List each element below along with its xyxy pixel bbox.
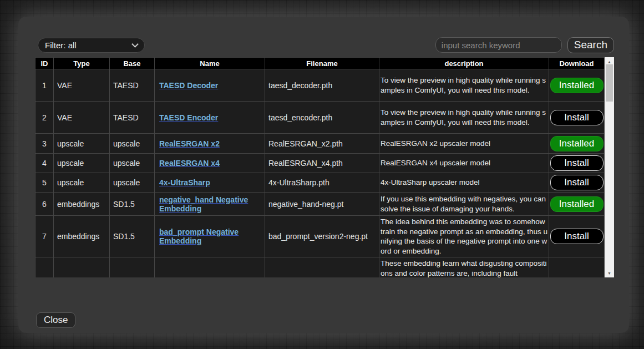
installed-button[interactable]: Installed — [550, 196, 604, 212]
cell-filename: negative_hand-neg.pt — [265, 193, 379, 216]
cell-filename: 4x-UltraSharp.pth — [265, 173, 379, 193]
cell-filename — [265, 257, 379, 277]
cell-name — [155, 257, 265, 277]
cell-filename: RealESRGAN_x2.pth — [265, 134, 379, 154]
cell-name: RealESRGAN x2 — [155, 134, 265, 154]
chevron-down-icon — [131, 41, 139, 48]
cell-type: embeddings — [54, 216, 110, 257]
cell-download: Install — [549, 154, 605, 173]
search-button[interactable]: Search — [567, 37, 614, 53]
cell-type: upscale — [54, 134, 110, 154]
install-button[interactable]: Install — [550, 110, 604, 125]
cell-id: 3 — [36, 134, 54, 154]
search-area: Search — [435, 37, 614, 53]
model-name-link[interactable]: 4x-UltraSharp — [159, 178, 210, 187]
cell-download: Install — [549, 173, 605, 193]
cell-base: upscale — [110, 134, 155, 154]
cell-id: 4 — [36, 154, 54, 173]
cell-id: 5 — [36, 173, 54, 193]
close-button[interactable]: Close — [36, 312, 75, 328]
table-row: 3upscaleupscaleRealESRGAN x2RealESRGAN_x… — [36, 134, 605, 154]
column-header: Filename — [265, 58, 379, 69]
cell-id: 1 — [36, 69, 54, 102]
cell-type: embeddings — [54, 193, 110, 216]
filter-select[interactable]: Filter: all — [38, 38, 145, 53]
cell-name: TAESD Encoder — [155, 102, 265, 134]
cell-base: TAESD — [110, 69, 155, 102]
install-button[interactable]: Install — [550, 229, 604, 244]
model-name-link[interactable]: bad_prompt Negative Embedding — [159, 227, 239, 245]
cell-filename: RealESRGAN_x4.pth — [265, 154, 379, 173]
cell-name: TAESD Decoder — [155, 69, 265, 102]
table-row: 4upscaleupscaleRealESRGAN x4RealESRGAN_x… — [36, 154, 605, 173]
install-models-dialog: Filter: all Search IDTypeBaseNameFilenam… — [18, 17, 629, 333]
cell-id: 7 — [36, 216, 54, 257]
cell-type: upscale — [54, 173, 110, 193]
cell-description: These embedding learn what disgusting co… — [379, 257, 549, 277]
filter-select-value: Filter: all — [45, 41, 77, 50]
model-name-link[interactable]: negative_hand Negative Embedding — [159, 195, 248, 213]
cell-id — [36, 257, 54, 277]
cell-filename: taesd_encoder.pth — [265, 102, 379, 134]
model-name-link[interactable]: TAESD Decoder — [159, 81, 218, 90]
cell-download: Installed — [549, 134, 605, 154]
column-header: Download — [549, 58, 605, 69]
table-row: 1VAETAESDTAESD Decodertaesd_decoder.pthT… — [36, 69, 605, 102]
cell-base: TAESD — [110, 102, 155, 134]
model-name-link[interactable]: RealESRGAN x2 — [159, 139, 220, 148]
cell-base: upscale — [110, 154, 155, 173]
cell-description: 4x-UltraSharp upscaler model — [379, 173, 549, 193]
installed-button[interactable]: Installed — [550, 136, 604, 151]
table-row: 6embeddingsSD1.5negative_hand Negative E… — [36, 193, 605, 216]
table-row: 2VAETAESDTAESD Encodertaesd_encoder.pthT… — [36, 102, 605, 134]
cell-description: RealESRGAN x2 upscaler model — [379, 134, 549, 154]
column-header: Type — [54, 58, 110, 69]
cell-download: Installed — [549, 193, 605, 216]
table-row: 7embeddingsSD1.5bad_prompt Negative Embe… — [36, 216, 605, 257]
install-button[interactable]: Install — [550, 155, 604, 171]
cell-id: 2 — [36, 102, 54, 134]
cell-type: upscale — [54, 154, 110, 173]
dialog-toolbar: Filter: all Search — [38, 37, 614, 53]
column-header: ID — [36, 58, 54, 69]
search-input[interactable] — [435, 37, 562, 53]
cell-base: upscale — [110, 173, 155, 193]
scroll-down-arrow-icon[interactable]: ▼ — [605, 269, 614, 277]
scrollbar-thumb[interactable] — [606, 64, 613, 102]
column-header: description — [379, 58, 549, 69]
cell-download: Installed — [549, 69, 605, 102]
cell-name: negative_hand Negative Embedding — [155, 193, 265, 216]
cell-type: VAE — [54, 69, 110, 102]
column-header: Name — [155, 58, 265, 69]
cell-download — [549, 257, 605, 277]
installed-button[interactable]: Installed — [550, 78, 604, 93]
column-header: Base — [110, 58, 155, 69]
cell-name: 4x-UltraSharp — [155, 173, 265, 193]
cell-filename: bad_prompt_version2-neg.pt — [265, 216, 379, 257]
model-name-link[interactable]: RealESRGAN x4 — [159, 159, 220, 168]
cell-base: SD1.5 — [110, 216, 155, 257]
vertical-scrollbar[interactable]: ▲ ▼ — [605, 57, 614, 277]
cell-type — [54, 257, 110, 277]
install-button[interactable]: Install — [550, 175, 604, 190]
cell-filename: taesd_decoder.pth — [265, 69, 379, 102]
cell-download: Install — [549, 102, 605, 134]
cell-base — [110, 257, 155, 277]
cell-download: Install — [549, 216, 605, 257]
cell-id: 6 — [36, 193, 54, 216]
cell-description: If you use this embedding with negatives… — [379, 193, 549, 216]
cell-description: To view the preview in high quality whil… — [379, 69, 549, 102]
cell-name: bad_prompt Negative Embedding — [155, 216, 265, 257]
table-row: 5upscaleupscale4x-UltraSharp4x-UltraShar… — [36, 173, 605, 193]
table-header-row: IDTypeBaseNameFilenamedescriptionDownloa… — [36, 58, 605, 69]
cell-description: The idea behind this embedding was to so… — [379, 216, 549, 257]
cell-name: RealESRGAN x4 — [155, 154, 265, 173]
table-row: These embedding learn what disgusting co… — [36, 257, 605, 277]
cell-description: To view the preview in high quality whil… — [379, 102, 549, 134]
cell-base: SD1.5 — [110, 193, 155, 216]
models-table: IDTypeBaseNameFilenamedescriptionDownloa… — [35, 57, 605, 277]
cell-type: VAE — [54, 102, 110, 134]
cell-description: RealESRGAN x4 upscaler model — [379, 154, 549, 173]
model-name-link[interactable]: TAESD Encoder — [159, 113, 218, 122]
models-table-container: IDTypeBaseNameFilenamedescriptionDownloa… — [35, 57, 614, 277]
